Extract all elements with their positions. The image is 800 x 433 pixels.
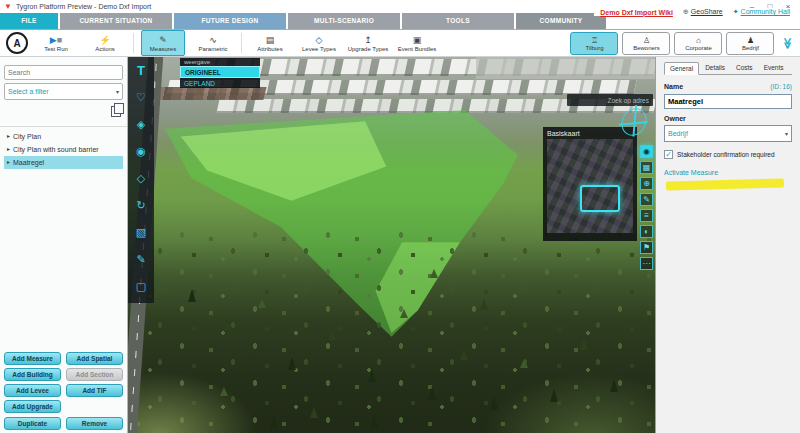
edit-icon[interactable]: ✎: [640, 193, 653, 206]
stakeholder-confirmation-row: ✓ Stakeholder confirmation required: [664, 150, 792, 159]
id-text: (ID: 16): [770, 83, 792, 90]
draw-icon[interactable]: ✎: [128, 246, 154, 273]
tab-details[interactable]: Details: [700, 62, 730, 74]
globe-icon: ⊕: [683, 8, 689, 15]
tab-general[interactable]: General: [664, 62, 699, 75]
app-window: ▼ Tygron Platform Preview - Demo Dxf Imp…: [0, 0, 800, 433]
pencil-icon: ✎: [159, 35, 167, 46]
layers-icon[interactable]: ≡: [640, 209, 653, 222]
upgrade-types-button[interactable]: ↥ Upgrade Types: [347, 31, 389, 55]
ribbon-toolbar: A ▶■ Test Run ⚡ Actions ✎ Measures ∿ Par…: [0, 30, 800, 57]
address-search-input[interactable]: [567, 94, 653, 106]
tygron-at-logo-icon: A: [6, 32, 28, 54]
person-tie-icon: ♟: [747, 36, 754, 45]
list-item-city-plan[interactable]: ▸ City Plan: [4, 130, 123, 143]
properties-panel: General Details Costs Events Name (ID: 1…: [655, 57, 800, 433]
contrast-icon[interactable]: ◐: [640, 225, 653, 238]
expand-arrow-icon[interactable]: ▸: [7, 130, 10, 143]
dropdown-option-origineel[interactable]: ORIGINEEL: [180, 66, 260, 78]
list-item-city-plan-sound-barrier[interactable]: ▸ City Plan with sound barrier: [4, 143, 123, 156]
geoshare-link[interactable]: ⊕GeoShare: [683, 8, 723, 16]
stakeholder-tilburg-button[interactable]: ♖ Tilburg: [570, 32, 618, 55]
test-run-button[interactable]: ▶■ Test Run: [35, 31, 77, 55]
tab-costs[interactable]: Costs: [731, 62, 758, 74]
minimap-viewport-rect[interactable]: [580, 185, 620, 212]
grid-icon[interactable]: ▦: [640, 161, 653, 174]
divider: [0, 126, 127, 127]
owner-value: Bedrijf: [668, 130, 688, 137]
tree: [220, 387, 228, 396]
remove-button[interactable]: Remove: [66, 417, 123, 430]
tree: [520, 359, 528, 368]
community-hall-link[interactable]: ✦Community Hall: [733, 8, 790, 16]
duplicate-button[interactable]: Duplicate: [4, 417, 61, 430]
tree: [550, 389, 558, 402]
globe-icon[interactable]: ◉: [128, 138, 154, 165]
select-area-icon[interactable]: ▢: [128, 273, 154, 300]
play-icon: ▶: [50, 35, 57, 45]
tab-future-design[interactable]: FUTURE DESIGN: [174, 13, 286, 29]
expand-arrow-icon[interactable]: ▸: [7, 143, 10, 156]
list-item-maatregel[interactable]: ▸ Maatregel: [4, 156, 123, 169]
owner-select[interactable]: Bedrijf ▾: [664, 125, 792, 142]
add-measure-button[interactable]: Add Measure: [4, 352, 61, 365]
map-3d-viewport[interactable]: T ♡ ◈ ◉ ◇ ↻ ▧ ✎ ▢ weergave ORIGINEEL GEP…: [128, 57, 655, 433]
blocks-icon[interactable]: ▧: [128, 219, 154, 246]
rotate-icon[interactable]: ↻: [128, 192, 154, 219]
minimap-image[interactable]: [547, 139, 633, 233]
tab-community[interactable]: COMMUNITY: [516, 13, 606, 29]
activate-measure-link[interactable]: Activate Measure: [664, 169, 792, 176]
upload-icon: ↥: [364, 35, 372, 46]
chat-icon[interactable]: ⋯: [640, 257, 653, 270]
expand-arrow-icon[interactable]: ▸: [7, 156, 10, 169]
parametric-button[interactable]: ∿ Parametric: [192, 31, 234, 55]
grass-patch: [128, 57, 655, 433]
visibility-icon[interactable]: ◈: [128, 111, 154, 138]
sidebar-action-buttons: Add Measure Add Spatial Add Building Add…: [4, 352, 123, 413]
pan-icon[interactable]: ◇: [128, 165, 154, 192]
levee-icon: ◇: [316, 35, 323, 46]
tree: [258, 299, 266, 308]
stakeholder-bewoners-button[interactable]: ♙ Bewoners: [622, 32, 670, 55]
filter-select[interactable]: Select a filter ▾: [4, 83, 123, 100]
actions-button[interactable]: ⚡ Actions: [84, 31, 126, 55]
tree: [310, 407, 318, 418]
checkbox-checked[interactable]: ✓: [664, 150, 673, 159]
add-upgrade-button[interactable]: Add Upgrade: [4, 400, 61, 413]
dropdown-option-gepland[interactable]: GEPLAND: [180, 78, 260, 88]
copy-icon[interactable]: [111, 106, 121, 117]
bank-icon: ♖: [591, 36, 598, 45]
favorites-icon[interactable]: ♡: [128, 84, 154, 111]
tree: [188, 289, 196, 302]
tab-tools[interactable]: TOOLS: [402, 13, 514, 29]
attributes-button[interactable]: ▤ Attributes: [249, 31, 291, 55]
add-levee-button[interactable]: Add Levee: [4, 384, 61, 397]
tab-current-situation[interactable]: CURRENT SITUATION: [60, 13, 172, 29]
flag-icon[interactable]: ⚑: [640, 241, 653, 254]
wiki-link[interactable]: Demo Dxf Import Wiki: [600, 9, 673, 16]
name-field[interactable]: [664, 94, 792, 109]
table-icon: ▤: [266, 35, 275, 46]
yellow-highlight-marker: [666, 178, 784, 190]
globe-view-icon[interactable]: ◉: [640, 145, 653, 158]
collapse-ribbon-icon[interactable]: ≫: [782, 37, 795, 49]
owner-label: Owner: [664, 115, 686, 122]
measures-button[interactable]: ✎ Measures: [141, 30, 185, 56]
search-input[interactable]: [4, 65, 123, 80]
stakeholder-corporate-button[interactable]: ⌂ Corporate: [674, 32, 722, 55]
tab-file[interactable]: FILE: [0, 13, 58, 29]
name-label: Name: [664, 83, 683, 90]
target-icon[interactable]: ⊕: [640, 177, 653, 190]
stakeholder-bedrijf-button[interactable]: ♟ Bedrijf: [726, 32, 774, 55]
add-spatial-button[interactable]: Add Spatial: [66, 352, 123, 365]
levee-types-button[interactable]: ◇ Levee Types: [298, 31, 340, 55]
community-icon: ✦: [733, 8, 739, 15]
tree: [288, 357, 296, 370]
event-bundles-button[interactable]: ▣ Event Bundles: [396, 31, 438, 55]
tab-multi-scenario[interactable]: MULTI-SCENARIO: [288, 13, 400, 29]
person-icon: ♙: [643, 36, 650, 45]
add-tif-button[interactable]: Add TIF: [66, 384, 123, 397]
add-building-button[interactable]: Add Building: [4, 368, 61, 381]
tab-events[interactable]: Events: [759, 62, 789, 74]
ribbon-separator: [241, 33, 242, 53]
